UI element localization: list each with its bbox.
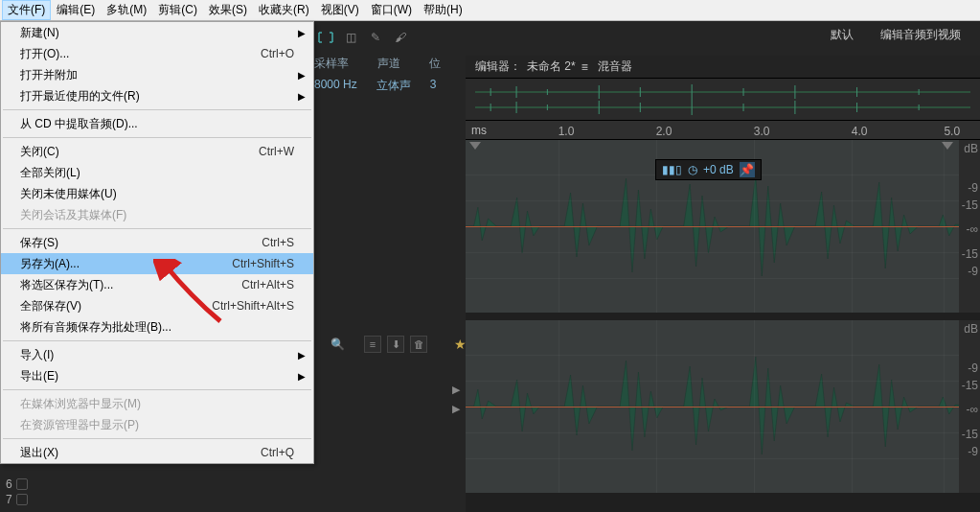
ruler-tick: 4.0	[852, 125, 868, 138]
waveform-left-channel[interactable]: ▮▮▯ ◷ +0 dB 📌 dB -9 -15 -∞ -15 -9	[466, 140, 980, 313]
workspace-default[interactable]: 默认	[831, 27, 854, 43]
channel-chip-icon[interactable]	[16, 478, 28, 490]
db-mark: -∞	[966, 403, 978, 416]
play-icon[interactable]: ▶	[452, 403, 460, 415]
db-mark: -9	[968, 265, 978, 278]
val-bits: 3	[430, 78, 437, 94]
menu-close-session: 关闭会话及其媒体(F)	[1, 204, 313, 225]
menu-import[interactable]: 导入(I)▶	[1, 344, 313, 365]
toolbar: ◫ ✎ 🖌	[316, 23, 410, 52]
db-mark: -15	[962, 247, 978, 261]
ruler-tick: 1.0	[558, 125, 575, 138]
panel-menu-icon[interactable]: ≡	[581, 60, 588, 74]
workspace-edit-audio-to-video[interactable]: 编辑音频到视频	[880, 27, 961, 43]
ruler-tick: 2.0	[656, 125, 672, 138]
menu-window[interactable]: 窗口(W)	[365, 0, 418, 20]
file-properties-panel: 采样率 声道 位 8000 Hz 立体声 3	[314, 52, 467, 96]
waveform-overview[interactable]	[466, 79, 980, 121]
channel-indicators: 6 7	[0, 477, 34, 507]
tool-select-icon[interactable]: ◫	[341, 28, 360, 47]
menu-separator	[3, 228, 311, 229]
menu-favorites[interactable]: 收藏夹(R)	[253, 0, 315, 20]
tool-cut-icon[interactable]: ✎	[366, 28, 385, 47]
db-mark: -9	[968, 445, 978, 458]
menu-new[interactable]: 新建(N)▶	[1, 22, 313, 43]
tool-brackets-icon[interactable]	[316, 28, 335, 47]
waveform-right-channel[interactable]: dB -9 -15 -∞ -15 -9	[466, 320, 980, 493]
menu-reveal-explorer: 在资源管理器中显示(P)	[1, 414, 313, 435]
val-samplerate: 8000 Hz	[314, 78, 357, 94]
list-icon[interactable]: ≡	[364, 336, 381, 353]
menu-separator	[3, 389, 311, 390]
menu-extract-cd[interactable]: 从 CD 中提取音频(D)...	[1, 113, 313, 134]
val-channels: 立体声	[376, 78, 411, 94]
db-mark: dB	[964, 322, 978, 336]
menu-file[interactable]: 文件(F)	[2, 0, 51, 20]
menu-export[interactable]: 导出(E)▶	[1, 365, 313, 386]
db-mark: -15	[962, 379, 978, 392]
file-menu-dropdown: 新建(N)▶ 打开(O)...Ctrl+O 打开并附加▶ 打开最近使用的文件(R…	[0, 21, 314, 464]
menu-effects[interactable]: 效果(S)	[203, 0, 253, 20]
editor-tab-filename: 未命名 2*	[527, 58, 576, 75]
db-scale: dB -9 -15 -∞ -15 -9	[959, 140, 980, 313]
menu-save-selection-as[interactable]: 将选区保存为(T)...Ctrl+Alt+S	[1, 274, 313, 295]
zero-line	[466, 407, 959, 407]
editor-tab-active[interactable]: 编辑器： 未命名 2* ≡	[475, 58, 588, 75]
editor-tab-prefix: 编辑器：	[475, 58, 521, 75]
menu-close[interactable]: 关闭(C)Ctrl+W	[1, 141, 313, 162]
menu-open-append[interactable]: 打开并附加▶	[1, 64, 313, 85]
menu-separator	[3, 109, 311, 110]
menu-close-unused[interactable]: 关闭未使用媒体(U)	[1, 183, 313, 204]
menu-help[interactable]: 帮助(H)	[418, 0, 468, 20]
submenu-arrow-icon: ▶	[298, 70, 306, 81]
ruler-unit: ms	[471, 124, 487, 137]
mixer-tab[interactable]: 混音器	[598, 58, 632, 75]
menu-save[interactable]: 保存(S)Ctrl+S	[1, 232, 313, 253]
menu-close-all[interactable]: 全部关闭(L)	[1, 162, 313, 183]
play-icon[interactable]: ▶	[452, 384, 460, 396]
ruler-tick: 3.0	[754, 125, 770, 138]
channel-6-label: 6	[6, 477, 12, 491]
panel-bottom-controls: 🔍 ≡ ⬇ 🗑 ★	[330, 336, 467, 353]
menu-open-recent[interactable]: 打开最近使用的文件(R)▶	[1, 85, 313, 106]
db-mark: -9	[968, 361, 978, 375]
editor-panel: 编辑器： 未命名 2* ≡ 混音器 ⊕ ms 1.0 2.0 3.0 4.0 5…	[466, 56, 980, 512]
menu-clip[interactable]: 剪辑(C)	[152, 0, 203, 20]
db-mark: -15	[962, 198, 978, 212]
menu-edit[interactable]: 编辑(E)	[51, 0, 101, 20]
menu-exit[interactable]: 退出(X)Ctrl+Q	[1, 442, 313, 463]
gain-hud[interactable]: ▮▮▯ ◷ +0 dB 📌	[655, 159, 762, 180]
menu-separator	[3, 340, 311, 341]
menu-reveal-media-browser: 在媒体浏览器中显示(M)	[1, 393, 313, 414]
channel-7-label: 7	[6, 493, 12, 506]
channel-chip-icon[interactable]	[16, 494, 28, 505]
col-bits: 位	[429, 56, 441, 72]
bars-icon: ▮▮▯	[662, 163, 682, 176]
time-ruler[interactable]: ms 1.0 2.0 3.0 4.0 5.0	[466, 121, 980, 140]
menu-multitrack[interactable]: 多轨(M)	[101, 0, 152, 20]
pin-icon[interactable]: 📌	[740, 162, 755, 177]
menu-save-batch[interactable]: 将所有音频保存为批处理(B)...	[1, 316, 313, 337]
submenu-arrow-icon: ▶	[298, 350, 306, 361]
submenu-arrow-icon: ▶	[298, 91, 306, 102]
db-scale: dB -9 -15 -∞ -15 -9	[959, 320, 980, 493]
submenu-arrow-icon: ▶	[298, 28, 306, 38]
workspace-switcher: 默认 编辑音频到视频	[831, 27, 961, 43]
menu-open[interactable]: 打开(O)...Ctrl+O	[1, 43, 313, 64]
menu-save-as[interactable]: 另存为(A)...Ctrl+Shift+S	[1, 253, 313, 274]
menu-view[interactable]: 视图(V)	[315, 0, 365, 20]
download-icon[interactable]: ⬇	[387, 336, 404, 353]
menu-separator	[3, 438, 311, 439]
trash-icon[interactable]: 🗑	[410, 336, 427, 353]
col-samplerate: 采样率	[314, 56, 349, 72]
zero-line	[466, 226, 959, 227]
tool-brush-icon[interactable]: 🖌	[391, 28, 410, 47]
search-icon[interactable]: 🔍	[330, 337, 345, 351]
gain-value: +0 dB	[703, 163, 734, 176]
menu-save-all[interactable]: 全部保存(V)Ctrl+Shift+Alt+S	[1, 295, 313, 316]
submenu-arrow-icon: ▶	[298, 371, 306, 382]
menubar: 文件(F) 编辑(E) 多轨(M) 剪辑(C) 效果(S) 收藏夹(R) 视图(…	[0, 0, 980, 21]
db-mark: dB	[964, 142, 978, 155]
col-channels: 声道	[377, 56, 400, 72]
db-mark: -∞	[966, 222, 978, 236]
